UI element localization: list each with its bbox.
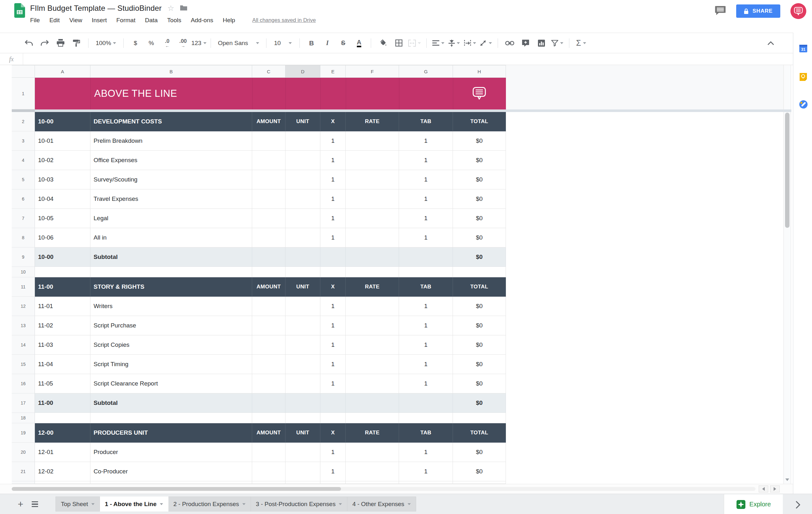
row-header-3[interactable]: 3 <box>12 131 35 151</box>
cell-F3[interactable] <box>346 131 399 151</box>
cell-D14[interactable] <box>286 335 320 355</box>
cell-B22[interactable] <box>90 481 252 484</box>
select-all-corner[interactable] <box>12 65 35 78</box>
cell-H19[interactable]: TOTAL <box>453 423 506 442</box>
cell-E22[interactable] <box>320 481 346 484</box>
cell-H13[interactable]: $0 <box>453 316 506 335</box>
cell-H17[interactable]: $0 <box>453 394 506 413</box>
cell-E10[interactable] <box>320 267 346 277</box>
functions-button[interactable]: Σ <box>573 36 589 50</box>
cell-banner[interactable]: ABOVE THE LINE <box>35 78 506 110</box>
sheet-tab-top-sheet[interactable]: Top Sheet <box>56 496 100 511</box>
cell-F17[interactable] <box>346 394 399 413</box>
cell-F2[interactable]: RATE <box>346 112 399 131</box>
horizontal-scrollbar-thumb[interactable] <box>12 487 341 491</box>
cell-C5[interactable] <box>252 170 286 190</box>
font-select[interactable]: Open Sans <box>215 36 262 50</box>
vertical-scrollbar[interactable] <box>783 65 791 484</box>
cell-C22[interactable] <box>252 481 286 484</box>
cell-D8[interactable] <box>286 228 320 248</box>
cell-A11[interactable]: 11-00 <box>35 277 90 297</box>
more-formats-select[interactable]: 123 <box>191 36 207 50</box>
row-header-14[interactable]: 14 <box>12 335 35 355</box>
cell-H8[interactable]: $0 <box>453 228 506 248</box>
cell-F18[interactable] <box>346 413 399 423</box>
dropdown-caret[interactable] <box>242 503 245 505</box>
cell-H18[interactable] <box>453 413 506 423</box>
cell-C15[interactable] <box>252 355 286 374</box>
cell-C16[interactable] <box>252 374 286 394</box>
cell-E6[interactable]: 1 <box>320 190 346 209</box>
bold-button[interactable]: B <box>303 36 319 50</box>
cell-H21[interactable]: $0 <box>453 462 506 481</box>
tasks-icon[interactable] <box>799 100 808 110</box>
cell-G2[interactable]: TAB <box>399 112 453 131</box>
cell-F14[interactable] <box>346 335 399 355</box>
cell-E2[interactable]: X <box>320 112 346 131</box>
row-header-6[interactable]: 6 <box>12 190 35 209</box>
cell-F13[interactable] <box>346 316 399 335</box>
cell-F21[interactable] <box>346 462 399 481</box>
cell-D2[interactable]: UNIT <box>286 112 320 131</box>
cell-H2[interactable]: TOTAL <box>453 112 506 131</box>
cell-C11[interactable]: AMOUNT <box>252 277 286 297</box>
cell-G18[interactable] <box>399 413 453 423</box>
cell-G3[interactable]: 1 <box>399 131 453 151</box>
cell-E5[interactable]: 1 <box>320 170 346 190</box>
formula-input[interactable] <box>23 53 793 65</box>
show-side-panel-button[interactable] <box>792 498 804 511</box>
cell-B13[interactable]: Script Purchase <box>90 316 252 335</box>
sheet-tab-2-production-expenses[interactable]: 2 - Production Expenses <box>168 496 251 511</box>
row-header-19[interactable]: 19 <box>12 423 35 442</box>
menu-view[interactable]: View <box>69 17 82 24</box>
cell-G22[interactable] <box>399 481 453 484</box>
cell-B9[interactable]: Subtotal <box>90 248 252 267</box>
cell-H4[interactable]: $0 <box>453 151 506 170</box>
cell-G14[interactable]: 1 <box>399 335 453 355</box>
cell-F7[interactable] <box>346 209 399 228</box>
cell-G13[interactable]: 1 <box>399 316 453 335</box>
cell-H9[interactable]: $0 <box>453 248 506 267</box>
cell-A6[interactable]: 10-04 <box>35 190 90 209</box>
cell-H10[interactable] <box>453 267 506 277</box>
cell-H16[interactable]: $0 <box>453 374 506 394</box>
cell-C19[interactable]: AMOUNT <box>252 423 286 442</box>
cell-B19[interactable]: PRODUCERS UNIT <box>90 423 252 442</box>
document-title[interactable]: FIlm Budget Template — StudioBinder <box>30 4 162 13</box>
star-icon[interactable]: ☆ <box>168 4 174 12</box>
column-header-D[interactable]: D <box>286 65 320 78</box>
cell-D15[interactable] <box>286 355 320 374</box>
dropdown-caret[interactable] <box>91 503 94 505</box>
scroll-left-button[interactable] <box>759 485 768 492</box>
cell-E16[interactable]: 1 <box>320 374 346 394</box>
cell-D12[interactable] <box>286 297 320 316</box>
cell-C20[interactable] <box>252 442 286 462</box>
cell-C17[interactable] <box>252 394 286 413</box>
cell-D5[interactable] <box>286 170 320 190</box>
cell-H20[interactable]: $0 <box>453 442 506 462</box>
cell-F22[interactable] <box>346 481 399 484</box>
cell-H22[interactable] <box>453 481 506 484</box>
cell-A7[interactable]: 10-05 <box>35 209 90 228</box>
format-percent-button[interactable]: % <box>143 36 159 50</box>
cell-G17[interactable] <box>399 394 453 413</box>
italic-button[interactable]: I <box>319 36 335 50</box>
cell-E18[interactable] <box>320 413 346 423</box>
fill-color-button[interactable] <box>375 36 391 50</box>
cell-E11[interactable]: X <box>320 277 346 297</box>
row-header-9[interactable]: 9 <box>12 248 35 267</box>
menu-edit[interactable]: Edit <box>50 17 60 24</box>
row-header-13[interactable]: 13 <box>12 316 35 335</box>
cell-G11[interactable]: TAB <box>399 277 453 297</box>
cell-A5[interactable]: 10-03 <box>35 170 90 190</box>
cell-D20[interactable] <box>286 442 320 462</box>
cell-G9[interactable] <box>399 248 453 267</box>
cell-B11[interactable]: STORY & RIGHTS <box>90 277 252 297</box>
cell-D19[interactable]: UNIT <box>286 423 320 442</box>
cell-H6[interactable]: $0 <box>453 190 506 209</box>
format-currency-button[interactable]: $ <box>127 36 143 50</box>
cell-G10[interactable] <box>399 267 453 277</box>
cell-D3[interactable] <box>286 131 320 151</box>
horizontal-align-button[interactable] <box>430 36 446 50</box>
row-header-8[interactable]: 8 <box>12 228 35 248</box>
